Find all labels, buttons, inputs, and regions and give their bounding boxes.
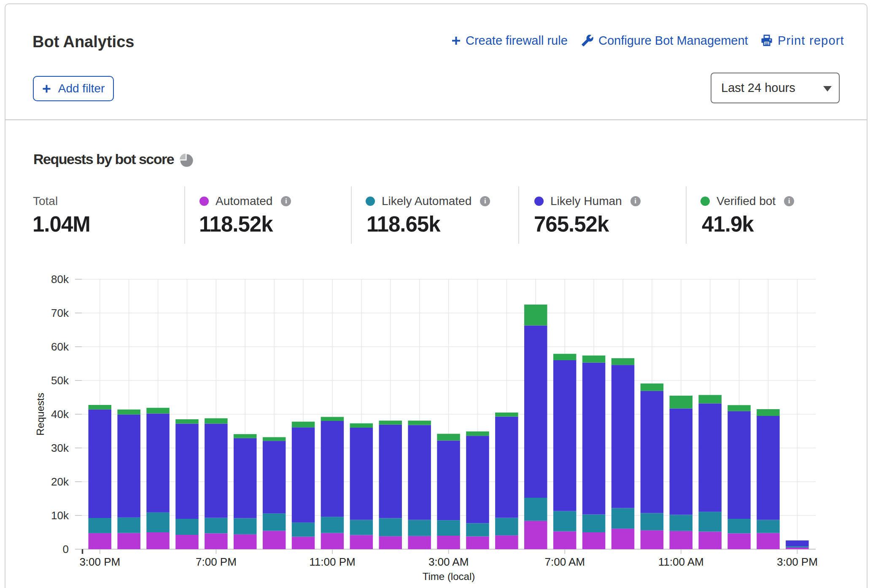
- svg-text:10k: 10k: [51, 509, 69, 522]
- svg-text:3:00 PM: 3:00 PM: [777, 556, 818, 568]
- svg-text:40k: 40k: [51, 408, 69, 421]
- svg-text:3:00 AM: 3:00 AM: [428, 556, 469, 568]
- svg-text:20k: 20k: [51, 475, 69, 488]
- svg-text:11:00 PM: 11:00 PM: [309, 556, 355, 568]
- svg-text:80k: 80k: [51, 273, 69, 286]
- svg-text:7:00 PM: 7:00 PM: [196, 556, 237, 568]
- svg-text:30k: 30k: [51, 442, 69, 454]
- svg-text:70k: 70k: [51, 307, 69, 319]
- svg-text:Requests: Requests: [35, 393, 46, 435]
- svg-text:Time (local): Time (local): [423, 571, 475, 582]
- svg-text:7:00 AM: 7:00 AM: [544, 556, 585, 568]
- svg-text:50k: 50k: [51, 374, 69, 387]
- svg-text:0: 0: [63, 543, 69, 556]
- svg-text:3:00 PM: 3:00 PM: [79, 556, 120, 568]
- svg-text:60k: 60k: [51, 340, 69, 353]
- svg-text:11:00 AM: 11:00 AM: [658, 556, 704, 568]
